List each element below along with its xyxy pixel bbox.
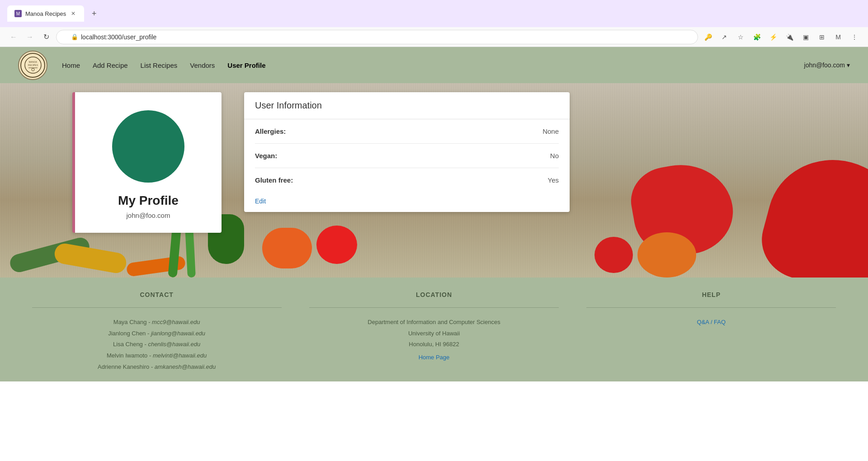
key-icon[interactable]: 🔑 (702, 31, 714, 43)
split-icon[interactable]: ⊞ (816, 31, 828, 43)
menu-icon[interactable]: ⋮ (848, 31, 861, 43)
contact-email-5: amkanesh@hawaii.edu (155, 363, 216, 370)
svg-text:MANOA: MANOA (28, 61, 37, 63)
logo-inner-circle: MANOA RECIPES (20, 53, 45, 78)
footer-contact-column: CONTACT Maya Chang - mcc9@hawaii.edu Jia… (18, 291, 295, 372)
panel-body: Allergies: None Vegan: No Gluten free: Y… (244, 119, 570, 212)
app-navbar: MANOA RECIPES Home Add Recipe List Recip… (0, 47, 868, 83)
location-line3: Honolulu, HI 96822 (368, 339, 500, 350)
location-text: Department of Information and Computer S… (368, 317, 500, 363)
contact-person-1: Maya Chang - mcc9@hawaii.edu (98, 317, 216, 328)
nav-vendors[interactable]: Vendors (190, 61, 215, 69)
profile-email: john@foo.com (127, 212, 170, 219)
vegan-row: Vegan: No (255, 144, 559, 168)
address-bar[interactable]: 🔒 localhost:3000/user_profile (56, 30, 698, 44)
sidebar-icon[interactable]: ▣ (799, 31, 812, 43)
app-logo[interactable]: MANOA RECIPES (18, 51, 47, 80)
extension-icon2[interactable]: ⚡ (767, 31, 779, 43)
back-button[interactable]: ← (7, 31, 20, 43)
location-line1: Department of Information and Computer S… (368, 317, 500, 328)
active-tab[interactable]: M Manoa Recipes ✕ (7, 5, 84, 22)
vegan-value: No (550, 152, 559, 160)
contact-email-3: chenlis@hawaii.edu (148, 341, 200, 348)
panel-title: User Information (244, 92, 570, 119)
extension-icon1[interactable]: 🧩 (750, 31, 763, 43)
svg-text:RECIPES: RECIPES (28, 64, 38, 66)
gluten-free-value: Yes (548, 176, 559, 184)
contact-person-2: Jianlong Chen - jianlong@hawaii.edu (98, 328, 216, 339)
edit-link[interactable]: Edit (255, 192, 559, 212)
user-info-panel: User Information Allergies: None Vegan: … (244, 92, 570, 212)
lock-icon: 🔒 (71, 33, 78, 40)
svg-point-4 (32, 68, 34, 71)
footer-grid: CONTACT Maya Chang - mcc9@hawaii.edu Jia… (0, 291, 868, 372)
tomato-right-vegetable (594, 237, 633, 273)
contact-heading: CONTACT (140, 291, 173, 298)
nav-home[interactable]: Home (62, 61, 80, 69)
nav-user-profile[interactable]: User Profile (227, 61, 265, 69)
faq-link[interactable]: Q&A / FAQ (697, 319, 726, 325)
user-email: john@foo.com (804, 61, 845, 69)
browser-toolbar-icons: 🔑 ↗ ☆ 🧩 ⚡ 🔌 ▣ ⊞ M ⋮ (702, 31, 861, 43)
user-menu[interactable]: john@foo.com ▾ (804, 61, 850, 69)
profile-title: My Profile (118, 193, 179, 208)
footer: CONTACT Maya Chang - mcc9@hawaii.edu Jia… (0, 278, 868, 381)
tomato-vegetable (316, 226, 357, 264)
hero-section: My Profile john@foo.com User Information… (0, 83, 868, 278)
help-heading: HELP (702, 291, 721, 298)
contact-email-4: melvinti@hawaii.edu (153, 352, 207, 359)
help-divider (586, 307, 836, 308)
contact-person-4: Melvin Iwamoto - melvinti@hawaii.edu (98, 350, 216, 362)
nav-add-recipe[interactable]: Add Recipe (93, 61, 128, 69)
contact-divider (32, 307, 282, 308)
tab-close-button[interactable]: ✕ (70, 10, 77, 17)
new-tab-button[interactable]: + (88, 7, 100, 20)
nav-links: Home Add Recipe List Recipes Vendors Use… (62, 61, 790, 69)
browser-controls: ← → ↻ 🔒 localhost:3000/user_profile 🔑 ↗ … (0, 27, 868, 47)
help-text: Q&A / FAQ (697, 317, 726, 328)
location-heading: LOCATION (416, 291, 452, 298)
gluten-free-label: Gluten free: (255, 176, 293, 184)
allergies-label: Allergies: (255, 127, 286, 135)
location-divider (309, 307, 559, 308)
tab-favicon: M (14, 10, 22, 17)
allergies-value: None (542, 127, 559, 135)
contact-people: Maya Chang - mcc9@hawaii.edu Jianlong Ch… (98, 317, 216, 372)
forward-button[interactable]: → (24, 31, 36, 43)
location-line2: University of Hawaii (368, 328, 500, 339)
profile-icon[interactable]: M (832, 31, 844, 43)
footer-location-column: LOCATION Department of Information and C… (295, 291, 572, 372)
vegan-label: Vegan: (255, 152, 277, 160)
footer-help-column: HELP Q&A / FAQ (573, 291, 850, 372)
star-icon[interactable]: ☆ (734, 31, 747, 43)
contact-person-5: Adrienne Kaneshiro - amkanesh@hawaii.edu (98, 362, 216, 373)
url-text: localhost:3000/user_profile (81, 33, 156, 41)
browser-tab-bar: M Manoa Recipes ✕ + (0, 0, 868, 27)
avatar (112, 110, 184, 183)
home-page-link[interactable]: Home Page (419, 354, 450, 361)
tab-title: Manoa Recipes (25, 10, 66, 17)
gluten-free-row: Gluten free: Yes (255, 168, 559, 192)
contact-email-1: mcc9@hawaii.edu (152, 319, 200, 325)
contact-email-2: jianlong@hawaii.edu (151, 330, 205, 337)
share-icon[interactable]: ↗ (718, 31, 731, 43)
extensions-button[interactable]: 🔌 (783, 31, 796, 43)
nav-list-recipes[interactable]: List Recipes (141, 61, 178, 69)
refresh-button[interactable]: ↻ (40, 31, 52, 43)
orange-pepper-vegetable (262, 228, 312, 268)
allergies-row: Allergies: None (255, 119, 559, 144)
orange-pepper-right-vegetable (637, 232, 696, 278)
dropdown-arrow-icon: ▾ (847, 61, 850, 69)
contact-person-3: Lisa Cheng - chenlis@hawaii.edu (98, 339, 216, 350)
profile-card: My Profile john@foo.com (72, 92, 222, 233)
